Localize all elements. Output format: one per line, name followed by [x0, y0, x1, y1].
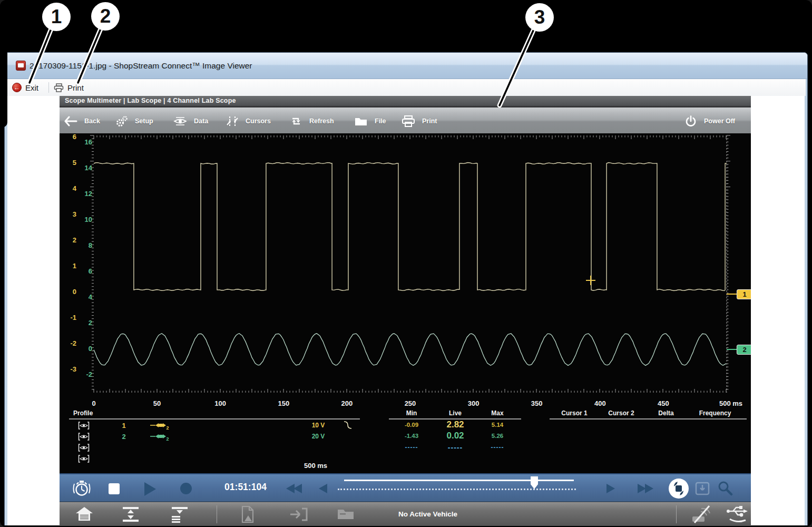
y-tick-ch2: 10: [76, 216, 92, 224]
app-icon: [16, 61, 26, 71]
step-forward-icon[interactable]: [606, 484, 615, 493]
profile-label: Profile: [73, 409, 93, 417]
wireless-disabled-icon: [690, 505, 713, 526]
eye-visible-icon[interactable]: [78, 443, 90, 454]
eye-visible-icon[interactable]: [78, 454, 90, 465]
scope-cursors-button[interactable]: Cursors: [226, 109, 271, 133]
scale-ch2: 20 V: [300, 433, 337, 440]
scope-setup-button[interactable]: Setup: [115, 109, 153, 133]
y-tick-ch1: -3: [61, 365, 76, 374]
y-tick-ch1: 1: [61, 262, 76, 270]
y-tick-ch1: -2: [61, 339, 76, 348]
scope-power-off-button[interactable]: Power Off: [684, 109, 735, 133]
x-tick: 500 ms: [714, 399, 748, 407]
capture-mode-button[interactable]: [669, 479, 689, 501]
refresh-icon: [290, 115, 302, 127]
min-ch2: -1.43: [393, 433, 430, 439]
scope-back-button[interactable]: Back: [64, 109, 100, 133]
live-empty: -----: [429, 443, 482, 452]
eye-visible-icon[interactable]: [78, 421, 90, 432]
scope-display: 6543210-1-2-3 1614121086420-2 0501001502…: [60, 133, 751, 473]
save-disabled-icon: [695, 482, 710, 497]
exit-label: Exit: [25, 83, 38, 92]
scope-refresh-button[interactable]: Refresh: [290, 109, 334, 133]
max-ch1: 5.14: [479, 422, 516, 428]
report-disabled-icon: [240, 505, 256, 525]
active-vehicle-status: No Active Vehicle: [375, 502, 481, 526]
playback-slider-track[interactable]: [338, 489, 576, 490]
max-empty: -----: [479, 444, 516, 451]
exit-vehicle-disabled-icon: [289, 507, 308, 524]
col-cursor2: Cursor 2: [598, 409, 645, 417]
col-frequency: Frequency: [689, 409, 741, 417]
playback-time: 01:51:104: [209, 482, 282, 493]
eye-icon: [173, 116, 187, 126]
home-icon[interactable]: [74, 506, 94, 525]
expand-view-icon[interactable]: [122, 506, 140, 525]
y-tick-ch2: 6: [76, 267, 92, 276]
y-tick-ch2: 14: [76, 164, 92, 172]
x-tick: 250: [394, 399, 427, 407]
y-tick-ch1: -1: [61, 314, 76, 322]
y-tick-ch1: 5: [61, 159, 76, 167]
print-label: Print: [67, 83, 84, 92]
y-tick-ch1: 0: [61, 288, 76, 296]
min-ch1: -0.09: [393, 422, 430, 428]
y-tick-ch2: -2: [76, 370, 92, 379]
x-tick: 50: [140, 399, 174, 407]
col-min: Min: [393, 409, 430, 417]
usb-connection-icon[interactable]: [726, 504, 750, 525]
step-back-icon[interactable]: [319, 484, 327, 493]
channel-number: 1: [116, 422, 132, 430]
svg-text:2: 2: [167, 436, 169, 441]
window-title: 20170309-1151-1.jpg - ShopStream Connect…: [30, 53, 252, 79]
stop-button[interactable]: [109, 483, 120, 494]
record-button[interactable]: [180, 483, 192, 494]
x-tick: 400: [583, 399, 617, 407]
playback-progress: [344, 480, 574, 481]
exit-button[interactable]: ← Exit: [12, 79, 38, 96]
y-tick-ch1: 6: [61, 133, 76, 141]
folder-disabled-icon: [337, 508, 355, 523]
scale-ch1: 10 V: [300, 422, 337, 429]
y-tick-ch2: 8: [76, 241, 92, 250]
y-tick-ch2: 0: [76, 345, 92, 353]
col-live: Live: [429, 409, 482, 417]
x-tick: 300: [457, 399, 491, 407]
print-button[interactable]: Print: [54, 79, 84, 96]
x-tick: 100: [203, 399, 237, 407]
channel1-marker[interactable]: 1: [737, 289, 751, 299]
titlebar[interactable]: 20170309-1151-1.jpg - ShopStream Connect…: [5, 53, 807, 79]
play-button[interactable]: [144, 482, 156, 496]
image-viewer-window: 20170309-1151-1.jpg - ShopStream Connect…: [4, 52, 808, 525]
live-ch1: 2.82: [429, 419, 482, 430]
callout-3: 3: [525, 3, 554, 32]
eye-visible-icon[interactable]: [78, 432, 90, 443]
scope-screenshot: Scope Multimeter | Lab Scope | 4 Channel…: [60, 96, 751, 526]
menu-separator: [48, 82, 49, 93]
callout-1: 1: [42, 3, 71, 31]
svg-text:2: 2: [167, 425, 169, 430]
min-empty: -----: [393, 444, 430, 451]
callout-2: 2: [91, 2, 120, 31]
x-tick: 0: [77, 399, 111, 407]
waveform-plot[interactable]: [60, 133, 751, 396]
zoom-icon[interactable]: [717, 480, 733, 498]
probe-icon-ch2[interactable]: 2: [150, 432, 170, 443]
y-tick-ch2: 2: [76, 319, 92, 327]
max-ch2: 5.26: [479, 433, 516, 439]
collapse-view-icon[interactable]: [171, 506, 189, 525]
playback-slider-thumb[interactable]: [531, 476, 538, 489]
scope-print-button[interactable]: Print: [402, 109, 437, 133]
folder-icon: [354, 116, 368, 126]
col-cursor1: Cursor 1: [551, 409, 598, 417]
printer-icon: [54, 83, 64, 92]
scope-file-button[interactable]: File: [354, 109, 386, 133]
probe-icon-ch1[interactable]: 2: [150, 421, 170, 432]
power-icon: [684, 115, 697, 128]
review-timer-icon[interactable]: [72, 480, 91, 500]
channel2-marker[interactable]: 2: [737, 345, 751, 355]
scope-data-button[interactable]: Data: [173, 109, 208, 133]
exit-back-icon: ←: [12, 83, 22, 92]
y-tick-ch2: 12: [76, 190, 92, 198]
